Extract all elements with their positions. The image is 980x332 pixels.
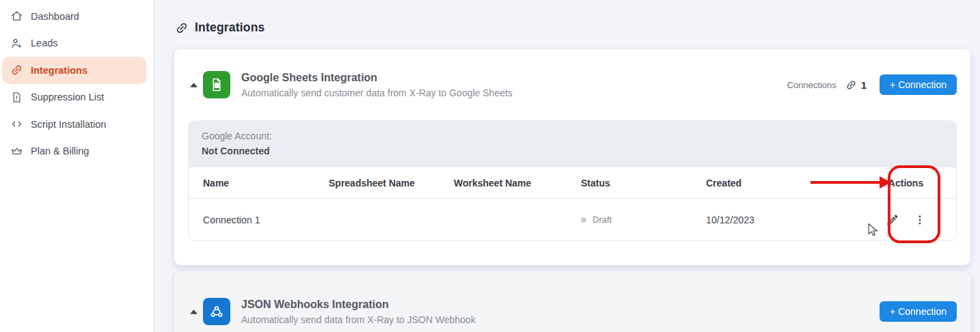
sidebar-item-label: Suppression List — [31, 92, 104, 102]
sidebar-item-plan-billing[interactable]: Plan & Billing — [0, 138, 146, 165]
link-icon — [175, 21, 189, 35]
card-header: JSON Webhooks Integration Automatically … — [174, 271, 970, 332]
json-webhooks-integration-card: JSON Webhooks Integration Automatically … — [174, 271, 970, 332]
google-account-value: Not Connected — [202, 146, 943, 156]
page-header: Integrations — [175, 20, 265, 35]
card-title: JSON Webhooks Integration — [241, 299, 476, 311]
sidebar-item-leads[interactable]: Leads — [0, 30, 146, 57]
sidebar-item-integrations[interactable]: Integrations — [2, 57, 146, 84]
cell-created: 10/12/2023 — [692, 215, 856, 225]
card-titles: JSON Webhooks Integration Automatically … — [241, 299, 476, 325]
sidebar-item-label: Dashboard — [31, 11, 79, 22]
sidebar: Dashboard Leads Integrations Suppression… — [0, 0, 154, 332]
home-icon — [10, 10, 23, 23]
cell-name: Connection 1 — [189, 215, 314, 225]
page-title: Integrations — [195, 20, 265, 35]
column-header-name: Name — [189, 178, 314, 189]
sidebar-item-label: Plan & Billing — [31, 146, 89, 156]
connections-table: Name Spreadsheet Name Worksheet Name Sta… — [188, 167, 957, 241]
card-title: Google Sheets Integration — [241, 72, 513, 84]
column-header-spreadsheet-name: Spreadsheet Name — [314, 178, 439, 189]
mouse-cursor-icon — [868, 223, 878, 238]
annotation-arrow-head — [880, 176, 891, 189]
google-sheets-icon — [203, 71, 230, 98]
status-badge: Draft — [593, 215, 612, 225]
sidebar-item-label: Leads — [31, 38, 58, 49]
google-account-panel: Google Account: Not Connected — [188, 120, 957, 167]
add-connection-button[interactable]: + Connection — [880, 301, 957, 322]
status-dot-icon — [581, 217, 586, 223]
add-connection-button[interactable]: + Connection — [880, 74, 957, 95]
app-window: Dashboard Leads Integrations Suppression… — [0, 0, 980, 332]
table-row: Connection 1 Draft 10/12/2023 — [189, 199, 956, 240]
column-header-status: Status — [567, 178, 692, 189]
sidebar-item-suppression-list[interactable]: Suppression List — [0, 84, 146, 111]
card-subtitle: Automatically send data from X-Ray to JS… — [241, 314, 476, 325]
connections-label: Connections — [787, 80, 836, 90]
card-subtitle: Automatically send customer data from X-… — [241, 87, 513, 98]
link-icon — [10, 64, 23, 77]
cell-status: Draft — [567, 215, 692, 225]
sidebar-item-label: Integrations — [31, 65, 87, 76]
annotation-arrow-line — [811, 181, 881, 184]
crown-icon — [10, 145, 23, 158]
connections-count: 1 — [861, 79, 867, 91]
card-header: Google Sheets Integration Automatically … — [174, 49, 970, 120]
collapse-icon[interactable] — [189, 309, 198, 314]
json-webhook-icon — [203, 298, 230, 325]
column-header-worksheet-name: Worksheet Name — [439, 178, 567, 189]
edit-pencil-icon[interactable] — [886, 213, 899, 227]
sidebar-item-label: Script Installation — [31, 119, 106, 130]
kebab-menu-icon[interactable] — [913, 213, 927, 227]
code-icon — [10, 117, 23, 130]
document-alert-icon — [10, 91, 23, 104]
card-titles: Google Sheets Integration Automatically … — [241, 72, 513, 98]
sidebar-item-script-installation[interactable]: Script Installation — [0, 111, 146, 138]
google-sheets-integration-card: Google Sheets Integration Automatically … — [174, 49, 970, 265]
google-account-label: Google Account: — [202, 130, 943, 141]
collapse-icon[interactable] — [189, 83, 198, 87]
sidebar-item-dashboard[interactable]: Dashboard — [0, 3, 146, 30]
link-icon — [845, 79, 857, 91]
person-add-icon — [10, 37, 23, 50]
